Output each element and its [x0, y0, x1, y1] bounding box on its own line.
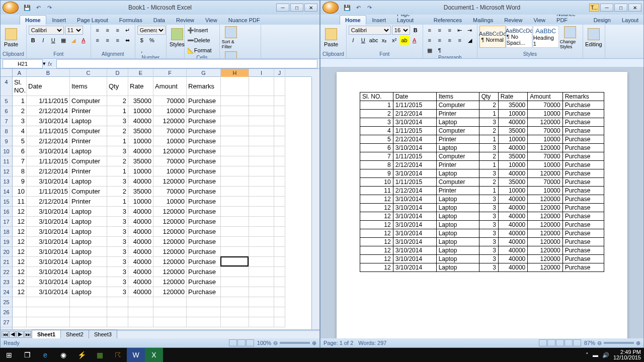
indent-dec-button[interactable]: ⇤	[455, 26, 464, 35]
tab-nav-first-icon[interactable]: ⏮	[2, 331, 9, 338]
zoom-in-button[interactable]: ⊕	[636, 340, 640, 346]
zoom-in-button[interactable]: ⊕	[312, 340, 316, 346]
comma-button[interactable]: ,	[137, 46, 146, 55]
align-bot-button[interactable]: ≡	[113, 26, 122, 35]
zoom-level[interactable]: 100%	[257, 340, 271, 346]
horizontal-scrollbar[interactable]	[117, 330, 319, 338]
row-headers[interactable]: 4567891011121314151617181920212223242526…	[1, 77, 13, 329]
tab-nav-last-icon[interactable]: ⏭	[24, 331, 31, 338]
undo-icon[interactable]: ↶	[353, 3, 363, 13]
style-nospacing[interactable]: AaBbCcDc¶ No Spaci...	[506, 26, 532, 48]
zoom-out-button[interactable]: ⊖	[597, 340, 602, 346]
borders-button[interactable]: ▦	[425, 46, 434, 55]
table-tools-indicator[interactable]: T...	[589, 4, 599, 12]
insert-cells-button[interactable]: ➕ Insert	[187, 26, 217, 35]
underline-button[interactable]: U	[49, 36, 58, 45]
tray-volume-icon[interactable]: 🔊	[602, 352, 609, 358]
indent-inc-button[interactable]: ⇥	[465, 26, 474, 35]
tab-insert[interactable]: Insert	[47, 16, 71, 25]
page-layout-view-button[interactable]	[237, 339, 246, 346]
fill-color-button[interactable]: ◢	[69, 36, 78, 45]
maximize-button[interactable]: □	[614, 4, 627, 12]
tab-references[interactable]: References	[429, 16, 467, 25]
shading-button[interactable]: ◢	[465, 36, 474, 45]
font-color-button[interactable]: A	[79, 36, 88, 45]
app-icon[interactable]: ☈	[109, 348, 127, 362]
tab-insert[interactable]: Insert	[367, 16, 391, 25]
wrap-button[interactable]: ↵	[123, 26, 132, 35]
sheet-tab-sheet1[interactable]: Sheet1	[32, 330, 61, 339]
select-all-corner[interactable]	[1, 69, 13, 77]
fullscreen-reading-button[interactable]	[547, 339, 555, 346]
redo-icon[interactable]: ↷	[44, 3, 54, 13]
currency-button[interactable]: $	[137, 36, 146, 45]
tab-formulas[interactable]: Formulas	[114, 16, 147, 25]
status-page[interactable]: Page: 1 of 2	[324, 340, 353, 346]
tab-view[interactable]: View	[200, 16, 222, 25]
redo-icon[interactable]: ↷	[364, 3, 374, 13]
spreadsheet-cells[interactable]: Sl. NO.DateItemsQtyRateAmountRemarks11/1…	[13, 77, 311, 329]
word-document-area[interactable]: Sl. NO.DateItemsQtyRateAmountRemarks11/1…	[320, 67, 643, 338]
tray-network-icon[interactable]: ▬	[593, 352, 598, 358]
excel-taskbar-icon[interactable]: X	[145, 348, 163, 362]
zoom-slider[interactable]	[604, 342, 634, 344]
word-taskbar-icon[interactable]: W	[127, 348, 145, 362]
bold-button[interactable]: B	[29, 36, 38, 45]
align-center-button[interactable]: ≡	[103, 36, 112, 45]
formula-input[interactable]	[56, 59, 317, 68]
normal-view-button[interactable]	[229, 339, 237, 346]
bullets-button[interactable]: ≡	[425, 26, 434, 35]
zoom-level[interactable]: 87%	[584, 340, 595, 346]
italic-button[interactable]: I	[39, 36, 48, 45]
fontsize-select[interactable]: 11	[65, 26, 83, 35]
numbering-button[interactable]: ≡	[435, 26, 444, 35]
office-button[interactable]	[3, 2, 19, 14]
page-break-view-button[interactable]	[246, 339, 254, 346]
app-icon[interactable]: ⚡	[72, 348, 91, 362]
style-normal[interactable]: AaBbCcDc¶ Normal	[479, 26, 506, 48]
align-center-button[interactable]: ≡	[435, 36, 444, 45]
tab-page-layout[interactable]: Page Layout	[72, 16, 113, 25]
minimize-button[interactable]: ─	[600, 4, 613, 12]
word-titlebar[interactable]: 💾 ↶ ↷ Document1 - Microsoft Word T... ─ …	[320, 1, 643, 15]
tab-nav-prev-icon[interactable]: ◀	[9, 331, 16, 338]
merge-button[interactable]: ⬌	[123, 36, 132, 45]
tab-view[interactable]: View	[528, 16, 550, 25]
save-icon[interactable]: 💾	[22, 3, 32, 13]
chrome-icon[interactable]: ◉	[54, 348, 72, 362]
align-right-button[interactable]: ≡	[113, 36, 122, 45]
font-color-button[interactable]: A	[410, 36, 419, 45]
zoom-slider[interactable]	[280, 342, 310, 344]
highlight-button[interactable]: ab	[400, 36, 409, 45]
office-button[interactable]	[323, 2, 339, 14]
italic-button[interactable]: I	[349, 36, 358, 45]
subscript-button[interactable]: x₂	[380, 36, 389, 45]
minimize-button[interactable]: ─	[276, 4, 289, 12]
bold-button[interactable]: B	[411, 26, 420, 35]
show-marks-button[interactable]: ¶	[435, 46, 444, 55]
system-clock[interactable]: 2:49 PM 12/10/2015	[613, 349, 641, 360]
tab-nav-next-icon[interactable]: ▶	[17, 331, 24, 338]
superscript-button[interactable]: x²	[390, 36, 399, 45]
windows-taskbar[interactable]: ⊞ ❐ e ◉ ⚡ ▦ ☈ W X ˄ ▬ 🔊 2:49 PM 12/10/20…	[0, 348, 644, 362]
percent-button[interactable]: %	[147, 36, 156, 45]
status-words[interactable]: Words: 297	[358, 340, 386, 346]
tab-home[interactable]: Home	[20, 15, 46, 25]
font-select[interactable]: Calibri	[29, 26, 64, 35]
find-select-button[interactable]: Find & Select	[222, 51, 240, 59]
undo-icon[interactable]: ↶	[33, 3, 43, 13]
font-select[interactable]: Calibri	[349, 26, 391, 35]
tab-nuance-pdf[interactable]: Nuance PDF	[223, 16, 265, 25]
tab-data[interactable]: Data	[148, 16, 170, 25]
align-left-button[interactable]: ≡	[425, 36, 434, 45]
print-layout-button[interactable]	[539, 339, 547, 346]
tab-design[interactable]: Design	[589, 16, 616, 25]
change-styles-button[interactable]: Change Styles	[560, 26, 580, 50]
word-table[interactable]: Sl. NO.DateItemsQtyRateAmountRemarks11/1…	[360, 92, 604, 272]
zoom-out-button[interactable]: ⊖	[273, 340, 278, 346]
tab-layout[interactable]: Layout	[617, 16, 643, 25]
delete-cells-button[interactable]: ➖ Delete	[187, 36, 217, 45]
align-left-button[interactable]: ≡	[93, 36, 102, 45]
align-justify-button[interactable]: ≡	[455, 36, 464, 45]
save-icon[interactable]: 💾	[342, 3, 352, 13]
